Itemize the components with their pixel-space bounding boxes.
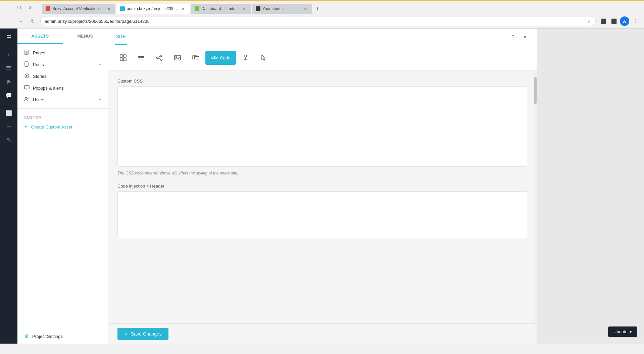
popups-label: Popups & alerts: [33, 86, 101, 91]
rail-add-button[interactable]: +: [3, 49, 15, 61]
create-custom-asset-item[interactable]: + Create Custom Asset: [17, 121, 108, 133]
tab-brizy-close[interactable]: ✕: [181, 6, 186, 11]
user-avatar[interactable]: A: [620, 16, 629, 26]
svg-point-25: [157, 57, 158, 59]
sidebar-header: ASSETS MENUS: [17, 29, 108, 44]
code-icon: </>: [211, 55, 218, 60]
svg-marker-11: [26, 75, 28, 77]
title-bar: ─ ❐ ✕ Brizy: Account Verification - an..…: [0, 1, 644, 14]
svg-rect-19: [120, 58, 123, 61]
close-panel-button[interactable]: ✕: [521, 32, 530, 42]
sidebar-item-users[interactable]: Users ▾: [17, 94, 108, 106]
gmail-favicon: [46, 6, 50, 11]
code-toolbar-button[interactable]: </> Code: [205, 51, 236, 65]
tab-stories-close[interactable]: ✕: [303, 6, 308, 11]
brizy-favicon: [120, 6, 125, 11]
tab-jimdo-close[interactable]: ✕: [242, 6, 247, 11]
custom-css-textarea[interactable]: [117, 86, 527, 167]
browser-tab-gmail[interactable]: Brizy: Account Verification - an... ✕: [42, 4, 115, 14]
search-toolbar-button[interactable]: [133, 51, 150, 65]
tab-jimdo-label: Dashboard - Jimdo: [201, 6, 240, 11]
update-expand-icon: ▾: [630, 329, 632, 334]
address-icons: ☆: [587, 19, 591, 24]
more-button[interactable]: ⋮: [631, 16, 640, 26]
grid-toolbar-button[interactable]: [115, 51, 132, 65]
browser-tab-brizy[interactable]: admin.brizy.io/projects/206665... ✕: [116, 4, 190, 14]
extensions-button[interactable]: ⬛: [598, 16, 608, 26]
back-button[interactable]: ←: [4, 16, 13, 26]
link-toolbar-button[interactable]: [187, 51, 204, 65]
rail-menu-button[interactable]: ☰: [3, 31, 15, 43]
tab-brizy-label: admin.brizy.io/projects/206665...: [127, 6, 179, 11]
sidebar-item-pages[interactable]: Pages: [17, 47, 108, 59]
forward-button[interactable]: →: [16, 16, 26, 26]
rail-chat-button[interactable]: 💬: [3, 89, 15, 101]
injection-header-label: Code injection > Header: [117, 184, 527, 189]
sidebar-content: Pages Posts ▾ Stories Popups & alerts: [17, 44, 108, 329]
sidebar-item-popups[interactable]: Popups & alerts: [17, 82, 108, 94]
rail-layers-button[interactable]: [3, 62, 15, 74]
browser-tab-jimdo[interactable]: Dashboard - Jimdo ✕: [191, 4, 251, 14]
refresh-button[interactable]: ↻: [28, 16, 38, 26]
cursor-toolbar-button[interactable]: [255, 51, 272, 65]
menus-tab[interactable]: MENUS: [63, 29, 108, 44]
panel-header: SITE ? ✕: [108, 29, 537, 45]
svg-point-24: [161, 55, 162, 57]
profile-button[interactable]: ⬛: [609, 16, 618, 26]
svg-point-34: [245, 55, 247, 57]
assets-tab[interactable]: ASSETS: [17, 29, 63, 44]
site-tab[interactable]: SITE: [115, 29, 127, 45]
pages-label: Pages: [33, 50, 101, 55]
update-button-overlay: Update ▾: [608, 326, 637, 337]
save-changes-button[interactable]: ✓ Save Changes: [117, 328, 168, 340]
svg-rect-0: [6, 67, 11, 68]
footer-bar: ✓ Save Changes: [108, 323, 537, 344]
svg-rect-12: [24, 86, 29, 89]
users-icon: [24, 97, 30, 103]
rail-tablet-button[interactable]: ▭: [3, 120, 15, 133]
image-toolbar-button[interactable]: [169, 51, 186, 65]
new-tab-button[interactable]: +: [313, 4, 322, 14]
address-bar[interactable]: admin.brizy.io/projects/20666565/editor/…: [40, 16, 596, 26]
svg-rect-21: [138, 56, 144, 57]
help-button[interactable]: ?: [508, 32, 518, 42]
rail-separator-1: [4, 46, 14, 46]
svg-rect-22: [138, 57, 144, 58]
create-custom-asset-label: Create Custom Asset: [31, 124, 101, 130]
project-settings-footer[interactable]: ⚙ Project Settings: [17, 329, 108, 344]
svg-rect-1: [6, 69, 11, 69]
share-toolbar-button[interactable]: [151, 51, 168, 65]
tab-gmail-close[interactable]: ✕: [106, 6, 111, 11]
left-rail: ☰ + ⚑ 💬 ⬜ ▭ ✎: [0, 29, 17, 344]
sidebar-item-posts[interactable]: Posts ▾: [17, 59, 108, 70]
rail-flag-button[interactable]: ⚑: [3, 76, 15, 88]
custom-css-label: Custom CSS: [117, 79, 527, 84]
anchor-toolbar-button[interactable]: [237, 51, 254, 65]
content-area: Custom CSS The CSS code entered above wi…: [108, 70, 537, 323]
right-preview-panel: Update ▾: [537, 29, 644, 344]
settings-icon: ⚙: [24, 333, 29, 340]
window-controls: ─ ❐ ✕: [3, 3, 35, 12]
injection-header-textarea[interactable]: [117, 191, 527, 238]
update-button[interactable]: Update ▾: [608, 326, 637, 337]
rail-monitor-button[interactable]: ⬜: [3, 107, 15, 119]
star-icon[interactable]: ☆: [587, 19, 591, 24]
panel-header-actions: ? ✕: [508, 32, 530, 42]
scrollbar-track[interactable]: [534, 70, 537, 323]
minimize-button[interactable]: ─: [3, 3, 12, 12]
address-bar-row: ← → ↻ admin.brizy.io/projects/20666565/e…: [0, 14, 644, 28]
maximize-button[interactable]: ❐: [14, 3, 23, 12]
rail-pencil-button[interactable]: ✎: [3, 134, 15, 146]
close-window-button[interactable]: ✕: [26, 3, 35, 12]
users-arrow-icon: ▾: [99, 98, 101, 102]
browser-tab-stories[interactable]: Your stories ✕: [252, 4, 312, 14]
save-changes-label: Save Changes: [131, 331, 162, 337]
stories-icon: [24, 73, 30, 80]
sidebar-item-stories[interactable]: Stories: [17, 70, 108, 82]
posts-arrow-icon: ▾: [99, 62, 101, 67]
svg-point-16: [28, 98, 29, 99]
scrollbar-thumb[interactable]: [534, 77, 537, 104]
browser-chrome: ─ ❐ ✕ Brizy: Account Verification - an..…: [0, 1, 644, 29]
address-text: admin.brizy.io/projects/20666565/editor/…: [45, 19, 585, 24]
tab-gmail-label: Brizy: Account Verification - an...: [52, 6, 104, 11]
